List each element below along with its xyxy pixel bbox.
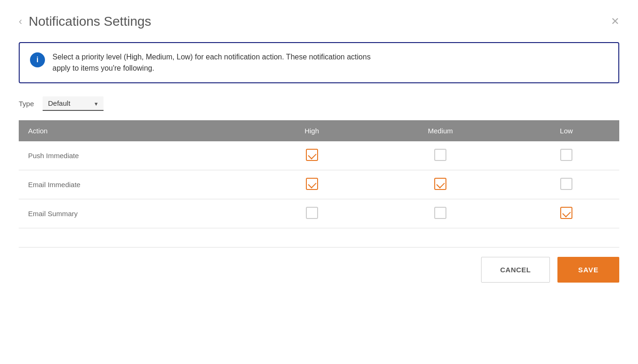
cell-high-1-checkbox[interactable] [306,178,318,190]
type-select-wrapper[interactable]: Default Custom [43,96,104,111]
cell-low-0-checkbox[interactable] [560,149,572,161]
type-row: Type Default Custom [19,96,619,111]
cell-medium-1-checkbox[interactable] [434,178,446,190]
info-icon: i [30,52,45,67]
cell-high-0 [256,141,367,170]
info-text-line1: Select a priority level (High, Medium, L… [52,53,371,61]
type-select[interactable]: Default Custom [43,96,104,111]
footer-divider [19,247,619,248]
table-row: Email Summary [19,199,619,228]
col-medium: Medium [367,120,513,141]
cell-low-1-checkbox[interactable] [560,178,572,190]
cell-low-2 [513,199,619,228]
cell-high-2-checkbox[interactable] [306,207,318,219]
info-text-line2: apply to items you're following. [52,64,154,72]
info-box: i Select a priority level (High, Medium,… [19,42,619,83]
close-icon[interactable]: ✕ [611,15,619,28]
cell-medium-0-checkbox[interactable] [434,149,446,161]
table-body: Push ImmediateEmail ImmediateEmail Summa… [19,141,619,228]
cell-low-1 [513,170,619,199]
cell-medium-2 [367,199,513,228]
table-header: Action High Medium Low [19,120,619,141]
table-row: Push Immediate [19,141,619,170]
type-label: Type [19,100,34,108]
cell-high-0-checkbox[interactable] [306,149,318,161]
cell-low-2-checkbox[interactable] [560,207,572,219]
back-arrow-icon[interactable]: ‹ [19,15,22,28]
save-button[interactable]: SAVE [557,257,619,283]
col-low: Low [513,120,619,141]
page-title: Notifications Settings [29,14,151,29]
notifications-table: Action High Medium Low Push ImmediateEma… [19,120,619,228]
footer-buttons: CANCEL SAVE [19,257,619,283]
header-left: ‹ Notifications Settings [19,14,151,29]
info-text: Select a priority level (High, Medium, L… [52,51,371,74]
cell-low-0 [513,141,619,170]
cell-high-2 [256,199,367,228]
cell-action-2: Email Summary [19,199,256,228]
cell-action-1: Email Immediate [19,170,256,199]
page-container: ‹ Notifications Settings ✕ i Select a pr… [0,0,638,364]
col-high: High [256,120,367,141]
cell-medium-2-checkbox[interactable] [434,207,446,219]
table-row: Email Immediate [19,170,619,199]
cell-medium-0 [367,141,513,170]
header: ‹ Notifications Settings ✕ [19,14,619,29]
cancel-button[interactable]: CANCEL [481,257,550,283]
cell-action-0: Push Immediate [19,141,256,170]
cell-medium-1 [367,170,513,199]
col-action: Action [19,120,256,141]
cell-high-1 [256,170,367,199]
